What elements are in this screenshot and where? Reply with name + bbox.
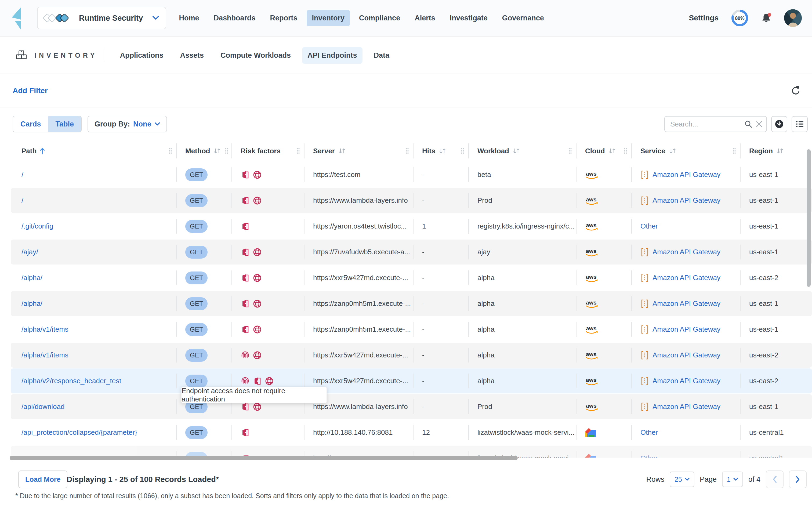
sort-icon[interactable]: [439, 148, 447, 154]
column-drag-handle[interactable]: [568, 148, 572, 154]
table-row[interactable]: / GET https://test.com - beta aws Amazon…: [11, 162, 812, 187]
table-row[interactable]: /alpha/ GET https://xxr5w427md.execute-.…: [11, 265, 812, 290]
rows-per-page-select[interactable]: 25: [670, 471, 694, 487]
view-table-button[interactable]: Table: [48, 116, 81, 132]
previous-page-button[interactable]: [766, 470, 784, 488]
table-row[interactable]: /alpha/v1/items GET https://xxr5w427md.e…: [11, 343, 812, 368]
path-link[interactable]: /alpha/: [21, 299, 43, 308]
nav-item-governance[interactable]: Governance: [497, 10, 549, 26]
user-avatar[interactable]: [784, 9, 802, 27]
path-link[interactable]: /: [21, 171, 23, 179]
door-icon[interactable]: [241, 325, 250, 334]
service-link[interactable]: Other: [640, 454, 658, 458]
column-header-risk-factors[interactable]: Risk factors: [231, 141, 304, 161]
column-header-hits[interactable]: Hits: [413, 141, 468, 161]
service-link[interactable]: Amazon API Gateway: [652, 402, 720, 411]
tab-api-endpoints[interactable]: API Endpoints: [302, 47, 362, 64]
column-header-region[interactable]: Region: [740, 141, 812, 161]
door-icon[interactable]: [253, 377, 262, 386]
nav-item-inventory[interactable]: Inventory: [307, 10, 350, 26]
group-by-dropdown[interactable]: Group By: None: [88, 116, 167, 132]
nav-item-alerts[interactable]: Alerts: [409, 10, 441, 26]
view-cards-button[interactable]: Cards: [13, 116, 48, 132]
column-header-service[interactable]: Service: [631, 141, 740, 161]
door-icon[interactable]: [241, 402, 250, 411]
table-row[interactable]: /api_protection/collapsed/{parameter} GE…: [11, 420, 812, 445]
service-link[interactable]: Amazon API Gateway: [652, 325, 720, 334]
path-link[interactable]: /alpha/v1/items: [21, 351, 68, 359]
service-link[interactable]: Other: [640, 222, 658, 230]
table-row[interactable]: / GET https://www.lambda-layers.info - P…: [11, 188, 812, 213]
tab-applications[interactable]: Applications: [114, 47, 169, 64]
globe-icon[interactable]: [253, 299, 262, 308]
settings-link[interactable]: Settings: [689, 14, 718, 22]
service-link[interactable]: Amazon API Gateway: [652, 196, 720, 205]
path-link[interactable]: /alpha/v1/items: [21, 325, 68, 334]
load-more-button[interactable]: Load More: [18, 470, 67, 488]
service-link[interactable]: Amazon API Gateway: [652, 299, 720, 308]
globe-icon[interactable]: [253, 196, 262, 205]
fingerprint-icon[interactable]: [241, 377, 250, 386]
nav-item-reports[interactable]: Reports: [265, 10, 303, 26]
table-row[interactable]: /alpha/ GET https://zanp0mh5m1.execute-.…: [11, 291, 812, 316]
globe-icon[interactable]: [253, 402, 262, 411]
column-header-cloud[interactable]: Cloud: [576, 141, 631, 161]
product-switcher[interactable]: Runtime Security: [37, 7, 166, 29]
path-link[interactable]: /alpha/v2/response_header_test: [21, 377, 121, 385]
sort-icon[interactable]: [213, 148, 221, 154]
sort-icon[interactable]: [338, 148, 346, 154]
column-header-workload[interactable]: Workload: [468, 141, 576, 161]
service-link[interactable]: Amazon API Gateway: [652, 171, 720, 179]
service-link[interactable]: Amazon API Gateway: [652, 351, 720, 359]
horizontal-scrollbar[interactable]: [10, 456, 518, 460]
globe-icon[interactable]: [253, 351, 262, 360]
path-link[interactable]: /alpha/: [21, 274, 43, 282]
globe-icon[interactable]: [265, 377, 274, 386]
capacity-ring[interactable]: 80%: [731, 9, 749, 27]
nav-item-compliance[interactable]: Compliance: [354, 10, 405, 26]
sort-icon[interactable]: [512, 148, 520, 154]
globe-icon[interactable]: [253, 325, 262, 334]
sort-icon[interactable]: [669, 148, 677, 154]
vertical-scrollbar[interactable]: [807, 149, 811, 287]
table-row[interactable]: /alpha/v2/response_header_test GET https…: [11, 369, 812, 393]
notifications-bell-icon[interactable]: [761, 12, 772, 23]
table-row[interactable]: /.git/config GET https://yaron.os4test.t…: [11, 214, 812, 239]
door-icon[interactable]: [241, 428, 250, 437]
clear-search-icon[interactable]: [756, 121, 763, 127]
column-drag-handle[interactable]: [732, 148, 736, 154]
column-drag-handle[interactable]: [460, 148, 465, 154]
path-link[interactable]: /.git/config: [21, 222, 53, 230]
door-icon[interactable]: [241, 299, 250, 308]
column-header-path[interactable]: Path: [11, 141, 176, 161]
path-link[interactable]: /: [21, 196, 23, 205]
nav-item-home[interactable]: Home: [174, 10, 205, 26]
globe-icon[interactable]: [253, 170, 262, 179]
page-select[interactable]: 1: [722, 471, 743, 487]
sort-ascending-icon[interactable]: [40, 147, 45, 155]
nav-item-dashboards[interactable]: Dashboards: [209, 10, 261, 26]
globe-icon[interactable]: [253, 273, 262, 282]
door-icon[interactable]: [241, 273, 250, 282]
search-input[interactable]: [670, 120, 741, 128]
add-filter-button[interactable]: Add Filter: [13, 87, 48, 95]
door-icon[interactable]: [241, 222, 250, 231]
reset-filters-icon[interactable]: [791, 86, 801, 96]
path-link[interactable]: /api/download: [21, 402, 64, 411]
column-header-server[interactable]: Server: [304, 141, 413, 161]
column-drag-handle[interactable]: [168, 148, 172, 154]
door-icon[interactable]: [241, 170, 250, 179]
door-icon[interactable]: [241, 196, 250, 205]
manage-columns-button[interactable]: [792, 116, 808, 132]
service-link[interactable]: Amazon API Gateway: [652, 377, 720, 385]
globe-icon[interactable]: [253, 247, 262, 257]
next-page-button[interactable]: [789, 470, 807, 488]
table-row[interactable]: /api/download GET https://www.lambda-lay…: [11, 394, 812, 419]
path-link[interactable]: /ajay/: [21, 248, 38, 256]
column-drag-handle[interactable]: [405, 148, 409, 154]
table-row[interactable]: /ajay/ GET https://7uvafudwb5.execute-a.…: [11, 239, 812, 265]
table-row[interactable]: /alpha/v1/items GET https://zanp0mh5m1.e…: [11, 317, 812, 342]
tab-data[interactable]: Data: [368, 47, 395, 64]
sort-icon[interactable]: [776, 148, 784, 154]
door-icon[interactable]: [241, 247, 250, 257]
